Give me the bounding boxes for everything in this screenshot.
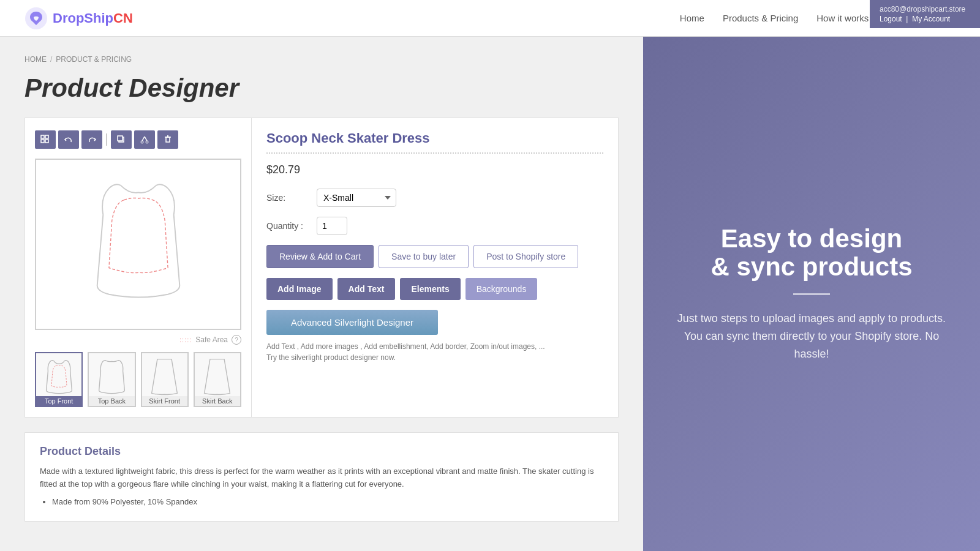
- thumb-top-back[interactable]: Top Back: [88, 352, 135, 407]
- toolbar-grid-btn[interactable]: [35, 130, 56, 149]
- post-to-shopify-button[interactable]: Post to Shopify store: [473, 245, 578, 268]
- toolbar-separator: [106, 133, 107, 146]
- logo-text: DropShipCN: [53, 10, 133, 26]
- right-panel-divider: [793, 293, 830, 295]
- safe-area-label: ::::: Safe Area ?: [35, 335, 241, 345]
- thumb-skirt-back[interactable]: Skirt Back: [194, 352, 241, 407]
- toolbar-delete-btn[interactable]: [157, 130, 178, 149]
- svg-line-9: [142, 137, 145, 141]
- product-name: Scoop Neck Skater Dress: [266, 130, 603, 154]
- breadcrumb-sep: /: [50, 55, 52, 64]
- main-content: HOME / PRODUCT & PRICING Product Designe…: [0, 37, 643, 551]
- advanced-desc-line2: Try the silverlight product designer now…: [266, 352, 603, 363]
- right-panel-description: Just two steps to upload images and appl…: [668, 310, 956, 362]
- svg-rect-3: [41, 140, 44, 143]
- save-to-later-button[interactable]: Save to buy later: [379, 245, 469, 268]
- header: DropShipCN Home Products & Pricing How i…: [0, 0, 980, 37]
- svg-point-7: [141, 141, 143, 143]
- safe-area-text: Safe Area: [195, 335, 228, 344]
- size-row: Size: X-Small Small Medium Large X-Large: [266, 189, 603, 207]
- thumb-top-front-label: Top Front: [36, 396, 81, 406]
- thumbnails-row: Top Front Top Back Skirt Front: [35, 352, 241, 407]
- toolbar-redo-btn[interactable]: [81, 130, 102, 149]
- scissors-icon: [140, 135, 149, 144]
- product-details-title: Product Details: [40, 445, 603, 458]
- product-price: $20.79: [266, 163, 603, 176]
- nav-home[interactable]: Home: [680, 13, 704, 23]
- product-area: Scoop Neck Skater Dress $20.79 Size: X-S…: [252, 118, 618, 417]
- quantity-label: Quantity :: [266, 221, 309, 231]
- nav-products-pricing[interactable]: Products & Pricing: [723, 13, 798, 23]
- logo-icon: [24, 7, 48, 30]
- right-panel-title: Easy to design & sync products: [710, 225, 912, 281]
- breadcrumb: HOME / PRODUCT & PRICING: [24, 55, 619, 64]
- dress-preview: [77, 168, 200, 321]
- logout-link[interactable]: Logout: [880, 15, 902, 23]
- thumb-top-front-preview: [42, 356, 76, 396]
- thumb-skirt-front-preview: [148, 356, 181, 396]
- thumb-skirt-front[interactable]: Skirt Front: [141, 352, 189, 407]
- toolbar-undo-btn[interactable]: [58, 130, 79, 149]
- action-buttons: Review & Add to Cart Save to buy later P…: [266, 245, 603, 268]
- thumb-skirt-front-label: Skirt Front: [142, 396, 187, 406]
- designer-card: ::::: Safe Area ? Top Front: [24, 118, 619, 418]
- thumb-skirt-back-label: Skirt Back: [195, 396, 240, 406]
- user-dropdown: acc80@dropshipcart.store Logout | My Acc…: [870, 0, 980, 28]
- copy-icon: [116, 135, 126, 144]
- advanced-desc-line1: Add Text , Add more images , Add embelli…: [266, 341, 603, 352]
- safe-area-help-icon[interactable]: ?: [232, 335, 241, 345]
- toolbar: [35, 128, 241, 151]
- product-details-description: Made with a textured lightweight fabric,…: [40, 465, 603, 491]
- right-panel: Easy to design & sync products Just two …: [643, 37, 980, 551]
- svg-rect-2: [45, 135, 48, 138]
- trash-icon: [163, 135, 173, 144]
- undo-icon: [64, 135, 74, 144]
- toolbar-cut-btn[interactable]: [134, 130, 155, 149]
- canvas-area: ::::: Safe Area ? Top Front: [25, 118, 252, 417]
- quantity-input[interactable]: [317, 217, 347, 235]
- svg-line-10: [145, 137, 147, 141]
- design-canvas[interactable]: [35, 159, 241, 330]
- my-account-link[interactable]: My Account: [912, 15, 950, 23]
- review-add-to-cart-button[interactable]: Review & Add to Cart: [266, 245, 374, 268]
- grid-icon: [40, 135, 50, 144]
- safe-dashes-icon: :::::: [179, 336, 192, 343]
- size-select[interactable]: X-Small Small Medium Large X-Large: [317, 189, 396, 207]
- thumb-top-back-label: Top Back: [89, 396, 134, 406]
- user-links: Logout | My Account: [880, 15, 970, 23]
- thumb-top-back-preview: [95, 356, 129, 396]
- elements-button[interactable]: Elements: [400, 278, 460, 300]
- svg-rect-6: [118, 136, 123, 141]
- add-image-button[interactable]: Add Image: [266, 278, 333, 300]
- breadcrumb-current: PRODUCT & PRICING: [56, 55, 132, 64]
- page-title: Product Designer: [24, 73, 619, 103]
- product-details: Product Details Made with a textured lig…: [24, 432, 619, 522]
- product-detail-item: Made from 90% Polyester, 10% Spandex: [52, 497, 603, 506]
- redo-icon: [87, 135, 97, 144]
- breadcrumb-home[interactable]: HOME: [24, 55, 47, 64]
- toolbar-copy-btn[interactable]: [111, 130, 132, 149]
- add-text-button[interactable]: Add Text: [337, 278, 396, 300]
- logo[interactable]: DropShipCN: [24, 7, 133, 30]
- username-label: acc80@dropshipcart.store: [880, 5, 970, 13]
- backgrounds-button[interactable]: Backgrounds: [466, 278, 538, 300]
- nav-how-it-works[interactable]: How it works: [816, 13, 869, 23]
- advanced-silverlight-button[interactable]: Advanced Silverlight Designer: [266, 310, 438, 335]
- svg-point-8: [146, 141, 148, 143]
- svg-rect-11: [166, 137, 170, 142]
- thumb-skirt-back-preview: [200, 356, 234, 396]
- svg-rect-4: [45, 140, 48, 143]
- advanced-designer-section: Advanced Silverlight Designer Add Text ,…: [266, 310, 603, 363]
- designer-tools: Add Image Add Text Elements Backgrounds: [266, 278, 603, 300]
- thumb-top-front[interactable]: Top Front: [35, 352, 83, 407]
- size-label: Size:: [266, 193, 309, 203]
- quantity-row: Quantity :: [266, 217, 603, 235]
- svg-rect-1: [41, 135, 44, 138]
- page-layout: HOME / PRODUCT & PRICING Product Designe…: [0, 37, 980, 551]
- product-details-list: Made from 90% Polyester, 10% Spandex: [40, 497, 603, 506]
